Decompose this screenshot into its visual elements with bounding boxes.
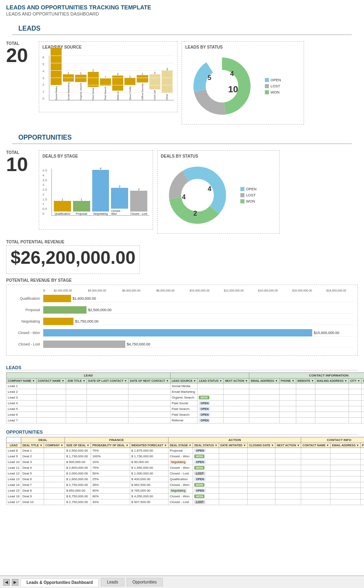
col-next-action-deal: NEXT ACTION ▼: [275, 443, 301, 448]
revenue-bar-negotiating: [43, 318, 73, 325]
bar-paid-social: 2 Paid Social: [88, 69, 99, 100]
lead-row-5: Lead 5 Paid Search OPEN: [7, 406, 364, 412]
leads-status-donut: 5 4 10 OPEN LOST: [185, 51, 300, 121]
opps-table-header: OPPORTUNITIES: [6, 430, 358, 435]
data-tables-section: LEADS LEAD CONTACT INFORMATION ADDITIONA…: [0, 360, 364, 509]
col-email-deal: EMAIL ADDRESS ▼: [331, 443, 360, 448]
opps-y-tick-2: 2: [42, 193, 50, 196]
col-city: CITY ▼: [348, 379, 362, 383]
y-tick-3: 3: [42, 76, 47, 80]
leads-table-header: LEADS: [6, 365, 358, 370]
bar-organic-search: 1 Organic Search: [75, 72, 86, 100]
leads-by-source-chart: LEADS BY SOURCE 0 1 2 3 4 5 6: [39, 41, 178, 112]
lead-row-1: Lead 1 Social Media: [7, 383, 364, 389]
col-website: WEBSITE ▼: [296, 379, 315, 383]
leads-section-header: LEADS: [12, 22, 352, 35]
legend-open-label: OPEN: [271, 78, 281, 82]
legend-open: OPEN: [265, 78, 281, 82]
deals-donut-lost-label: 2: [193, 210, 197, 217]
y-tick-6: 6: [42, 56, 47, 59]
col-deal-title: DEAL TITLE ▼: [21, 443, 44, 448]
opps-y-tick-4: 4: [42, 174, 50, 177]
revenue-row-negotiating: Negotiating $1,750,000.00: [11, 317, 353, 326]
opps-y-tick-3: 3: [42, 183, 50, 187]
revenue-value-qualification: $1,600,000.00: [73, 296, 96, 301]
deals-status-legend: OPEN LOST WON: [240, 187, 257, 203]
revenue-row-closed-lost: Closed - Lost $4,750,000.00: [11, 340, 353, 349]
deals-legend-lost: LOST: [240, 193, 257, 197]
bar-cold-call: 2 Cold Call: [149, 71, 160, 100]
bar-direct-traffic: 1 Direct Traffic: [124, 75, 135, 100]
opps-y-tick-05: 0.5: [42, 207, 50, 211]
leads-donut-svg: 5 4 10: [185, 51, 259, 121]
deal-row-2: Lead 9 Deal 2 $ 1,730,000.00 100% $ 1,73…: [7, 454, 364, 459]
opps-charts-row: TOTAL 10 DEALS BY STAGE 0 0.5 1 1.5 2 2.…: [0, 148, 364, 238]
lead-row-2: Lead 2 Email Marketing: [7, 389, 364, 395]
revenue-section: TOTAL POTENTIAL REVENUE $26,200,000.00 P…: [0, 238, 364, 360]
revenue-row-proposal: Proposal $2,500,000.00: [11, 305, 353, 314]
col-next-contact: DATE OF NEXT CONTACT ▼: [129, 379, 170, 383]
y-tick-4: 4: [42, 69, 47, 73]
leads-by-status-title: LEADS BY STATUS: [185, 45, 300, 49]
revenue-value-closed-won: $15,600,000.00: [314, 331, 340, 335]
deal-row-6: Lead 13 Deal 6 $ 1,600,000.00 25% $ 400,…: [7, 477, 364, 482]
col-deal-stage: DEAL STAGE ▼: [168, 443, 193, 448]
main-title: LEADS AND OPPORTUNITIES TRACKING TEMPLAT…: [0, 0, 364, 11]
lead-row-7: Lead 7 Referral OPEN: [7, 418, 364, 423]
legend-won: WON: [265, 90, 281, 94]
deal-row-1: Lead 8 Deal 1 $ 2,500,000.00 75% $ 1,875…: [7, 448, 364, 454]
opps-y-tick-35: 3.5: [42, 178, 50, 182]
leads-charts-row: TOTAL 20 LEADS BY SOURCE 0 1 2 3 4 5 6: [0, 39, 364, 129]
bar-paid-search: 1 Paid Search: [100, 76, 111, 100]
action-col-group: ACTION: [168, 437, 301, 443]
opps-y-tick-25: 2.5: [42, 188, 50, 192]
leads-by-status-chart: LEADS BY STATUS 5 4 10: [182, 41, 304, 125]
deal-row-3: Lead 10 Deal 3 $ 900,000.00 10% $ 90,000…: [7, 459, 364, 465]
bar-offline-sources: 1 Offline Sources: [137, 72, 148, 100]
col-deal-prob: PROBABILITY OF DEAL ▼: [91, 443, 130, 448]
deal-col-group: DEAL: [21, 437, 64, 443]
col-date-initiated: DATE INITIATED ▼: [219, 443, 247, 448]
revenue-row-closed-won: Closed - Won $15,600,000.00: [11, 328, 353, 337]
lead1-company: Lead 1: [7, 383, 37, 389]
bar-proposal: 1 Proposal: [73, 198, 90, 215]
deals-status-donut: 4 4 2 OPEN LOST: [161, 160, 276, 230]
revenue-total-value: $26,200,000.00: [11, 248, 135, 267]
deals-legend-lost-dot: [240, 193, 244, 197]
leads-total-number: 20: [6, 46, 35, 65]
leads-status-legend: OPEN LOST WON: [265, 78, 281, 94]
col-job-title: JOB TITLE ▼: [66, 379, 87, 383]
col-email: EMAIL ADDRESS ▼: [249, 379, 279, 383]
deals-donut-open-label: 4: [182, 194, 186, 200]
col-state: STATE ▼: [362, 379, 364, 383]
col-deal-status: DEAL STATUS ▼: [193, 443, 219, 448]
legend-lost: LOST: [265, 84, 281, 88]
legend-won-dot: [265, 90, 269, 94]
bar-referral: 2 Referral: [112, 73, 123, 100]
opps-total-number: 10: [6, 155, 35, 174]
leads-total-box: TOTAL 20: [6, 41, 35, 65]
legend-lost-dot: [265, 84, 269, 88]
col-contact-name: CONTACT NAME ▼: [36, 379, 66, 383]
bar-social-media: 5 Social Media: [51, 45, 62, 100]
revenue-bar-qualification: [43, 295, 71, 302]
opps-total-box: TOTAL 10: [6, 150, 35, 174]
deal-row-4: Lead 11 Deal 4 $ 2,600,000.00 75% $ 1,95…: [7, 465, 364, 471]
lead-row-3: Lead 3 Organic Search WON: [7, 395, 364, 401]
y-tick-0: 0: [42, 97, 47, 100]
revenue-bar-closed-won: [43, 329, 312, 336]
deals-by-status-chart: DEALS BY STATUS 4 4 2: [157, 150, 280, 234]
deals-donut-won-label: 4: [208, 185, 211, 192]
opps-top-row: TOTAL 10 DEALS BY STAGE 0 0.5 1 1.5 2 2.…: [6, 150, 358, 234]
revenue-value-proposal: $2,500,000.00: [88, 308, 112, 312]
legend-open-dot: [265, 78, 269, 82]
bar-closed-won: 2 Closed - Won: [111, 185, 128, 215]
opps-section-header: OPPORTUNITIES: [12, 131, 352, 144]
bar-email-marketing: 1 Email Marketing: [63, 71, 74, 100]
deals-by-status-title: DEALS BY STATUS: [161, 154, 276, 158]
col-lead-ref: LEAD: [7, 443, 21, 448]
col-weighted-forecast: WEIGHTED FORECAST ▼: [130, 443, 168, 448]
col-last-contact: DATE OF LAST CONTACT ▼: [87, 379, 129, 383]
opps-y-tick-15: 1.5: [42, 198, 50, 201]
lead-col-group: LEAD: [7, 373, 171, 379]
